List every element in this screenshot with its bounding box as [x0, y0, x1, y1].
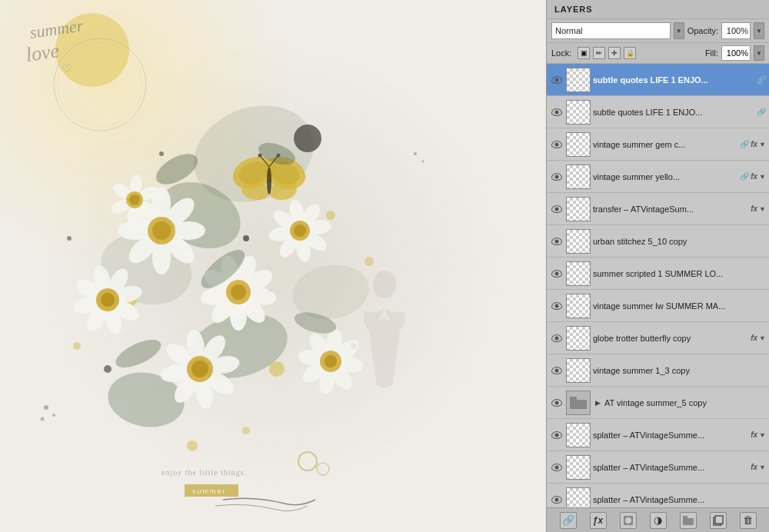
layer-row[interactable]: vintage summer gem c...🔗fx▼ — [547, 128, 769, 161]
svg-point-8 — [125, 294, 137, 306]
lock-fill-row: Lock: ▣ ✏ ✛ 🔒 Fill: ▼ — [547, 43, 769, 64]
svg-point-29 — [148, 217, 175, 244]
svg-text:summer: summer — [192, 487, 227, 495]
svg-point-27 — [118, 221, 151, 240]
layer-row[interactable]: vintage summer 1_3 copy — [547, 354, 769, 387]
svg-rect-126 — [683, 518, 694, 525]
svg-point-20 — [267, 290, 271, 294]
svg-point-72 — [332, 336, 362, 364]
layer-visibility-toggle[interactable] — [550, 428, 564, 442]
layer-name-label: vintage summer 1_3 copy — [593, 366, 764, 375]
layer-visibility-toggle[interactable] — [550, 202, 564, 216]
layer-row[interactable]: subtle quotes LIFE 1 ENJO...🔗 — [547, 96, 769, 128]
add-mask-button[interactable] — [620, 512, 637, 529]
layer-link-icon: 🔗 — [740, 140, 749, 148]
layer-visibility-toggle[interactable] — [550, 234, 564, 248]
svg-point-68 — [159, 362, 192, 384]
blend-mode-select[interactable]: Normal — [551, 22, 671, 39]
layer-fx-icon: fx — [751, 172, 757, 181]
lock-position-button[interactable]: ✛ — [608, 47, 621, 59]
svg-point-67 — [170, 372, 201, 407]
layer-icons-area: 🔗 — [757, 108, 766, 116]
svg-line-98 — [269, 155, 278, 167]
svg-point-42 — [91, 264, 113, 294]
layer-fx-expand-arrow[interactable]: ▼ — [759, 464, 766, 471]
layer-visibility-toggle[interactable] — [550, 396, 564, 410]
svg-point-91 — [259, 151, 310, 195]
svg-point-76 — [299, 359, 329, 387]
layer-fx-expand-arrow[interactable]: ▼ — [759, 334, 766, 342]
fill-input[interactable] — [721, 45, 751, 61]
layer-name-label: summer scripted 1 SUMMER LO... — [593, 269, 764, 278]
layer-row[interactable]: vintage summer lw SUMMER MA... — [547, 290, 769, 322]
layer-visibility-toggle[interactable] — [550, 105, 564, 119]
lock-pixels-button[interactable]: ✏ — [593, 47, 605, 59]
lock-all-button[interactable]: 🔒 — [624, 47, 636, 59]
layer-fx-expand-arrow[interactable]: ▼ — [759, 205, 766, 213]
blend-mode-row: Normal ▼ Opacity: ▼ — [547, 19, 769, 43]
layer-name-label: transfer – ATVintageSum... — [593, 204, 748, 214]
svg-point-53 — [305, 218, 332, 236]
layer-row[interactable]: globe trotter butterfly copyfx▼ — [547, 322, 769, 354]
layer-fx-expand-arrow[interactable]: ▼ — [759, 141, 766, 148]
layer-visibility-toggle[interactable] — [550, 364, 564, 377]
layer-name-label: subtle quotes LIFE 1 ENJO... — [593, 108, 754, 117]
svg-point-78 — [305, 330, 333, 360]
svg-point-89 — [128, 194, 140, 205]
layer-row[interactable]: transfer – ATVintageSum...fx▼ — [547, 193, 769, 225]
link-layers-button[interactable]: 🔗 — [560, 512, 577, 529]
svg-point-41 — [228, 282, 248, 302]
svg-point-17 — [159, 151, 164, 156]
layer-visibility-toggle[interactable] — [550, 170, 564, 184]
opacity-arrow[interactable]: ▼ — [754, 22, 764, 39]
svg-point-35 — [230, 300, 247, 331]
layer-fx-expand-arrow[interactable]: ▼ — [759, 431, 766, 439]
svg-point-61 — [291, 222, 308, 239]
layer-visibility-toggle[interactable] — [550, 73, 564, 87]
svg-point-19 — [67, 236, 72, 241]
layer-visibility-toggle[interactable] — [550, 461, 564, 474]
layer-row[interactable]: splatter – ATVintageSumme...fx▼ — [547, 451, 769, 484]
layer-fx-icon: fx — [751, 431, 757, 439]
add-adjustment-button[interactable]: ◑ — [650, 512, 667, 529]
layer-row[interactable]: urban stitchez 5_10 copy — [547, 225, 769, 258]
lock-transparency-button[interactable]: ▣ — [578, 47, 590, 59]
layer-group-expand-arrow[interactable]: ▶ — [593, 398, 602, 407]
canvas-background: summer love ♡ enjoy the little things. s… — [0, 0, 546, 532]
layer-row[interactable]: subtle quotes LIFE 1 ENJO...🔗 — [547, 64, 769, 96]
blend-mode-arrow[interactable]: ▼ — [674, 22, 684, 39]
svg-point-119 — [422, 161, 424, 163]
svg-point-118 — [414, 152, 417, 155]
svg-point-80 — [316, 347, 346, 377]
svg-point-90 — [228, 151, 279, 195]
layer-row[interactable]: vintage summer yello...🔗fx▼ — [547, 161, 769, 193]
layer-row[interactable]: splatter – ATVintageSumme... — [547, 484, 769, 507]
opacity-input[interactable] — [721, 22, 751, 39]
layer-row[interactable]: summer scripted 1 SUMMER LO... — [547, 258, 769, 290]
layer-row[interactable]: ▶AT vintage summer_5 copy — [547, 387, 769, 419]
layers-panel-header: LAYERS — [547, 0, 769, 19]
layer-group-thumb — [566, 391, 591, 415]
layer-visibility-toggle[interactable] — [550, 493, 564, 507]
layer-row[interactable]: splatter – ATVintageSumme...fx▼ — [547, 419, 769, 451]
svg-rect-123 — [570, 397, 577, 401]
new-layer-button[interactable] — [710, 512, 727, 529]
delete-layer-button[interactable]: 🗑 — [740, 512, 757, 529]
svg-point-16 — [104, 365, 112, 373]
svg-point-26 — [124, 231, 161, 268]
svg-point-36 — [207, 293, 240, 328]
layer-visibility-toggle[interactable] — [550, 299, 564, 313]
svg-point-65 — [203, 367, 238, 399]
svg-point-7 — [104, 367, 189, 433]
new-group-button[interactable] — [680, 512, 697, 529]
layer-visibility-toggle[interactable] — [550, 267, 564, 281]
svg-point-2 — [92, 224, 199, 314]
layer-fx-expand-arrow[interactable]: ▼ — [759, 173, 766, 181]
layer-name-label: AT vintage summer_5 copy — [604, 398, 764, 407]
layer-visibility-toggle[interactable] — [550, 138, 564, 151]
layer-visibility-toggle[interactable] — [550, 331, 564, 345]
fill-arrow[interactable]: ▼ — [754, 45, 764, 61]
layer-thumbnail — [566, 487, 591, 508]
svg-point-63 — [198, 331, 230, 366]
add-fx-button[interactable]: ƒx — [590, 512, 607, 529]
